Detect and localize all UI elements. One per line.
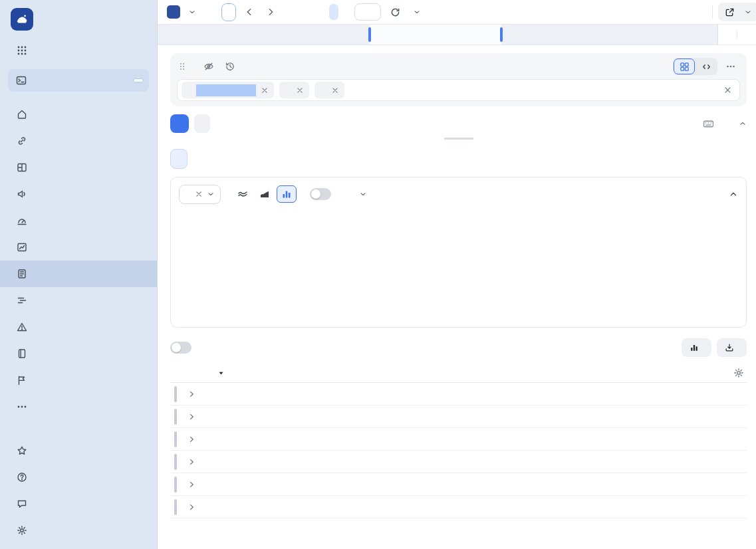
expand-row-button[interactable]: [185, 478, 198, 491]
tab-statistics[interactable]: [217, 149, 238, 169]
view-builder-button[interactable]: [674, 59, 694, 74]
range-30m-button[interactable]: [308, 4, 317, 20]
table-settings-button[interactable]: [733, 368, 744, 378]
command-palette-button[interactable]: [8, 69, 149, 92]
drag-handle-icon[interactable]: [178, 62, 186, 71]
chart-plot[interactable]: [196, 213, 738, 297]
now-button[interactable]: [284, 3, 289, 21]
timeline-strip[interactable]: [158, 25, 717, 45]
wrap-lines-toggle[interactable]: [170, 342, 197, 354]
timeline-selection[interactable]: [370, 25, 501, 45]
logo[interactable]: [0, 0, 157, 37]
share-screenshot-button[interactable]: [354, 190, 367, 198]
export-logs-button[interactable]: [717, 338, 747, 357]
sidebar-item-project-settings[interactable]: [0, 367, 157, 393]
chevron-up-icon: [739, 120, 747, 128]
collapse-chart-button[interactable]: [729, 189, 738, 199]
log-row[interactable]: [170, 383, 747, 405]
range-1d-button[interactable]: [329, 4, 338, 20]
download-icon: [725, 343, 734, 352]
query-menu-button[interactable]: [723, 58, 739, 74]
timeline-zoom-controls: [717, 25, 756, 45]
log-row[interactable]: [170, 405, 747, 428]
gauge-icon: [17, 215, 27, 226]
sort-desc-icon[interactable]: [217, 370, 225, 377]
sidebar-item-more[interactable]: [0, 393, 157, 420]
sidebar-item-metrics[interactable]: [0, 234, 157, 261]
share-icon: [725, 7, 735, 17]
notebook-icon: [17, 348, 27, 359]
filter-chip-cluster[interactable]: [279, 82, 309, 98]
time-back-button[interactable]: [241, 3, 257, 21]
filter-chip-service[interactable]: [315, 82, 344, 98]
sidebar-item-slo[interactable]: [0, 207, 157, 234]
tab-logs[interactable]: [170, 149, 188, 169]
sidebar-item-contact[interactable]: [0, 491, 157, 517]
remove-filter-button[interactable]: [259, 85, 270, 96]
expand-row-button[interactable]: [185, 410, 198, 423]
zoom-in-button[interactable]: [737, 25, 756, 45]
log-row[interactable]: [170, 496, 747, 518]
hide-query-button[interactable]: [201, 58, 217, 74]
resize-handle[interactable]: [444, 138, 473, 140]
sidebar-item-all-services[interactable]: [0, 37, 157, 64]
range-5m-button[interactable]: [297, 4, 307, 20]
refresh-icon[interactable]: [386, 3, 404, 21]
sidebar-item-logs[interactable]: [0, 261, 157, 287]
remove-filter-button[interactable]: [330, 85, 340, 96]
sidebar-item-errors[interactable]: [0, 314, 157, 340]
log-row[interactable]: [170, 428, 747, 451]
chart-plot-area: [179, 213, 738, 297]
run-query-button[interactable]: [170, 114, 189, 133]
sidebar-item-dashboards[interactable]: [0, 154, 157, 181]
chart-type-lines-button[interactable]: [233, 185, 253, 203]
view-code-button[interactable]: [696, 59, 716, 74]
expand-row-button[interactable]: [185, 433, 198, 446]
one-chart-toggle[interactable]: [310, 188, 337, 200]
add-label-input[interactable]: [350, 85, 449, 95]
sidebar-item-alerts[interactable]: [0, 181, 157, 207]
zoom-out-button[interactable]: [718, 25, 737, 45]
hide-chart-button[interactable]: [682, 338, 711, 357]
sidebar-item-settings[interactable]: [0, 517, 157, 544]
monium-logo-icon: [11, 8, 33, 31]
range-1h-button[interactable]: [318, 4, 328, 20]
home-icon: [17, 109, 27, 120]
sidebar-item-notebooks[interactable]: [0, 340, 157, 367]
sidebar-item-support[interactable]: [0, 464, 157, 491]
group-by-select[interactable]: [179, 185, 221, 204]
custom-range-input[interactable]: [354, 3, 381, 21]
environment-selector[interactable]: [164, 3, 199, 21]
sidebar-item-quick-links[interactable]: [0, 128, 157, 154]
clear-filters-button[interactable]: [722, 85, 733, 96]
filter-bar[interactable]: [177, 79, 740, 101]
tab-errors[interactable]: [191, 149, 213, 169]
chart-type-bars-button[interactable]: [277, 185, 297, 203]
expand-row-button[interactable]: [185, 387, 198, 401]
filter-chip-project[interactable]: [182, 82, 274, 98]
auto-refresh-selector[interactable]: [409, 3, 422, 21]
expand-row-button[interactable]: [185, 500, 198, 514]
range-2d-button[interactable]: [340, 4, 349, 20]
toggle-switch[interactable]: [310, 188, 331, 200]
log-level-bar: [174, 499, 177, 515]
log-row[interactable]: [170, 473, 747, 496]
share-button[interactable]: [718, 3, 756, 21]
clear-group-by-button[interactable]: [195, 191, 202, 197]
time-forward-button[interactable]: [263, 3, 279, 21]
sidebar-item-traces[interactable]: [0, 287, 157, 314]
toggle-switch[interactable]: [170, 342, 191, 354]
gear-icon: [17, 525, 27, 536]
sidebar-item-favorites[interactable]: [0, 437, 157, 464]
remove-filter-button[interactable]: [295, 85, 305, 96]
collapse-query-button[interactable]: [735, 120, 747, 128]
query-history-button[interactable]: [222, 58, 238, 74]
expand-row-button[interactable]: [185, 455, 198, 469]
log-row[interactable]: [170, 451, 747, 473]
chart-type-area-button[interactable]: [255, 185, 275, 203]
code-view-icon: [701, 62, 711, 72]
time-period-button[interactable]: [221, 3, 236, 21]
column-header-time[interactable]: [214, 370, 334, 377]
add-query-button[interactable]: [194, 114, 210, 133]
sidebar-item-project-home[interactable]: [0, 101, 157, 128]
